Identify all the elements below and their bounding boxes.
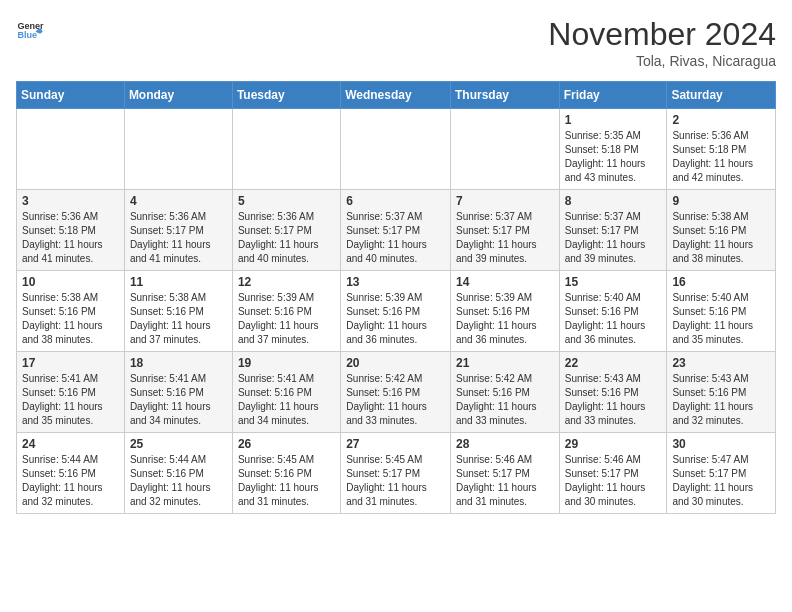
logo-icon: General Blue [16,16,44,44]
day-number: 9 [672,194,770,208]
day-number: 28 [456,437,554,451]
day-number: 23 [672,356,770,370]
calendar-cell: 6Sunrise: 5:37 AMSunset: 5:17 PMDaylight… [341,190,451,271]
day-info: Sunrise: 5:45 AMSunset: 5:16 PMDaylight:… [238,453,335,509]
day-info: Sunrise: 5:42 AMSunset: 5:16 PMDaylight:… [456,372,554,428]
day-info: Sunrise: 5:40 AMSunset: 5:16 PMDaylight:… [672,291,770,347]
day-number: 3 [22,194,119,208]
day-info: Sunrise: 5:38 AMSunset: 5:16 PMDaylight:… [130,291,227,347]
day-number: 27 [346,437,445,451]
day-info: Sunrise: 5:45 AMSunset: 5:17 PMDaylight:… [346,453,445,509]
day-of-week-header: Monday [124,82,232,109]
day-info: Sunrise: 5:36 AMSunset: 5:17 PMDaylight:… [130,210,227,266]
day-number: 25 [130,437,227,451]
calendar-cell: 16Sunrise: 5:40 AMSunset: 5:16 PMDayligh… [667,271,776,352]
day-info: Sunrise: 5:41 AMSunset: 5:16 PMDaylight:… [238,372,335,428]
day-info: Sunrise: 5:42 AMSunset: 5:16 PMDaylight:… [346,372,445,428]
day-of-week-header: Sunday [17,82,125,109]
day-info: Sunrise: 5:38 AMSunset: 5:16 PMDaylight:… [22,291,119,347]
day-number: 22 [565,356,662,370]
calendar-week-row: 1Sunrise: 5:35 AMSunset: 5:18 PMDaylight… [17,109,776,190]
calendar-cell: 29Sunrise: 5:46 AMSunset: 5:17 PMDayligh… [559,433,667,514]
day-info: Sunrise: 5:36 AMSunset: 5:17 PMDaylight:… [238,210,335,266]
calendar-cell: 25Sunrise: 5:44 AMSunset: 5:16 PMDayligh… [124,433,232,514]
day-number: 21 [456,356,554,370]
day-info: Sunrise: 5:37 AMSunset: 5:17 PMDaylight:… [456,210,554,266]
calendar-cell [232,109,340,190]
day-info: Sunrise: 5:39 AMSunset: 5:16 PMDaylight:… [456,291,554,347]
calendar-cell: 27Sunrise: 5:45 AMSunset: 5:17 PMDayligh… [341,433,451,514]
calendar-cell: 15Sunrise: 5:40 AMSunset: 5:16 PMDayligh… [559,271,667,352]
calendar-cell: 2Sunrise: 5:36 AMSunset: 5:18 PMDaylight… [667,109,776,190]
day-info: Sunrise: 5:37 AMSunset: 5:17 PMDaylight:… [565,210,662,266]
calendar-cell: 17Sunrise: 5:41 AMSunset: 5:16 PMDayligh… [17,352,125,433]
page-header: General Blue November 2024 Tola, Rivas, … [16,16,776,69]
day-info: Sunrise: 5:41 AMSunset: 5:16 PMDaylight:… [22,372,119,428]
title-block: November 2024 Tola, Rivas, Nicaragua [548,16,776,69]
day-number: 13 [346,275,445,289]
logo: General Blue [16,16,44,44]
day-number: 16 [672,275,770,289]
day-number: 26 [238,437,335,451]
calendar-cell: 22Sunrise: 5:43 AMSunset: 5:16 PMDayligh… [559,352,667,433]
calendar-cell: 24Sunrise: 5:44 AMSunset: 5:16 PMDayligh… [17,433,125,514]
day-of-week-header: Saturday [667,82,776,109]
calendar-cell: 26Sunrise: 5:45 AMSunset: 5:16 PMDayligh… [232,433,340,514]
calendar-cell: 23Sunrise: 5:43 AMSunset: 5:16 PMDayligh… [667,352,776,433]
calendar-cell: 1Sunrise: 5:35 AMSunset: 5:18 PMDaylight… [559,109,667,190]
calendar-cell [450,109,559,190]
day-number: 10 [22,275,119,289]
day-info: Sunrise: 5:39 AMSunset: 5:16 PMDaylight:… [346,291,445,347]
day-info: Sunrise: 5:37 AMSunset: 5:17 PMDaylight:… [346,210,445,266]
calendar-cell: 12Sunrise: 5:39 AMSunset: 5:16 PMDayligh… [232,271,340,352]
calendar-cell: 20Sunrise: 5:42 AMSunset: 5:16 PMDayligh… [341,352,451,433]
day-info: Sunrise: 5:39 AMSunset: 5:16 PMDaylight:… [238,291,335,347]
day-number: 1 [565,113,662,127]
day-info: Sunrise: 5:44 AMSunset: 5:16 PMDaylight:… [22,453,119,509]
day-number: 7 [456,194,554,208]
day-number: 15 [565,275,662,289]
day-number: 2 [672,113,770,127]
calendar-week-row: 3Sunrise: 5:36 AMSunset: 5:18 PMDaylight… [17,190,776,271]
calendar-cell: 5Sunrise: 5:36 AMSunset: 5:17 PMDaylight… [232,190,340,271]
calendar-cell [17,109,125,190]
month-title: November 2024 [548,16,776,53]
day-info: Sunrise: 5:40 AMSunset: 5:16 PMDaylight:… [565,291,662,347]
day-info: Sunrise: 5:47 AMSunset: 5:17 PMDaylight:… [672,453,770,509]
calendar-cell: 3Sunrise: 5:36 AMSunset: 5:18 PMDaylight… [17,190,125,271]
day-number: 20 [346,356,445,370]
calendar-cell: 18Sunrise: 5:41 AMSunset: 5:16 PMDayligh… [124,352,232,433]
day-of-week-header: Thursday [450,82,559,109]
calendar-cell: 21Sunrise: 5:42 AMSunset: 5:16 PMDayligh… [450,352,559,433]
calendar-table: SundayMondayTuesdayWednesdayThursdayFrid… [16,81,776,514]
calendar-cell [341,109,451,190]
day-info: Sunrise: 5:44 AMSunset: 5:16 PMDaylight:… [130,453,227,509]
day-number: 8 [565,194,662,208]
calendar-cell: 11Sunrise: 5:38 AMSunset: 5:16 PMDayligh… [124,271,232,352]
day-number: 30 [672,437,770,451]
day-info: Sunrise: 5:38 AMSunset: 5:16 PMDaylight:… [672,210,770,266]
calendar-cell: 9Sunrise: 5:38 AMSunset: 5:16 PMDaylight… [667,190,776,271]
day-number: 12 [238,275,335,289]
day-number: 4 [130,194,227,208]
calendar-cell: 10Sunrise: 5:38 AMSunset: 5:16 PMDayligh… [17,271,125,352]
calendar-cell: 8Sunrise: 5:37 AMSunset: 5:17 PMDaylight… [559,190,667,271]
day-info: Sunrise: 5:36 AMSunset: 5:18 PMDaylight:… [22,210,119,266]
calendar-week-row: 10Sunrise: 5:38 AMSunset: 5:16 PMDayligh… [17,271,776,352]
day-number: 24 [22,437,119,451]
calendar-header-row: SundayMondayTuesdayWednesdayThursdayFrid… [17,82,776,109]
day-number: 6 [346,194,445,208]
svg-text:Blue: Blue [17,30,37,40]
day-info: Sunrise: 5:46 AMSunset: 5:17 PMDaylight:… [565,453,662,509]
day-info: Sunrise: 5:43 AMSunset: 5:16 PMDaylight:… [565,372,662,428]
day-number: 17 [22,356,119,370]
day-number: 14 [456,275,554,289]
calendar-cell [124,109,232,190]
location-title: Tola, Rivas, Nicaragua [548,53,776,69]
day-info: Sunrise: 5:36 AMSunset: 5:18 PMDaylight:… [672,129,770,185]
day-info: Sunrise: 5:41 AMSunset: 5:16 PMDaylight:… [130,372,227,428]
day-number: 29 [565,437,662,451]
day-number: 5 [238,194,335,208]
day-info: Sunrise: 5:43 AMSunset: 5:16 PMDaylight:… [672,372,770,428]
calendar-cell: 7Sunrise: 5:37 AMSunset: 5:17 PMDaylight… [450,190,559,271]
